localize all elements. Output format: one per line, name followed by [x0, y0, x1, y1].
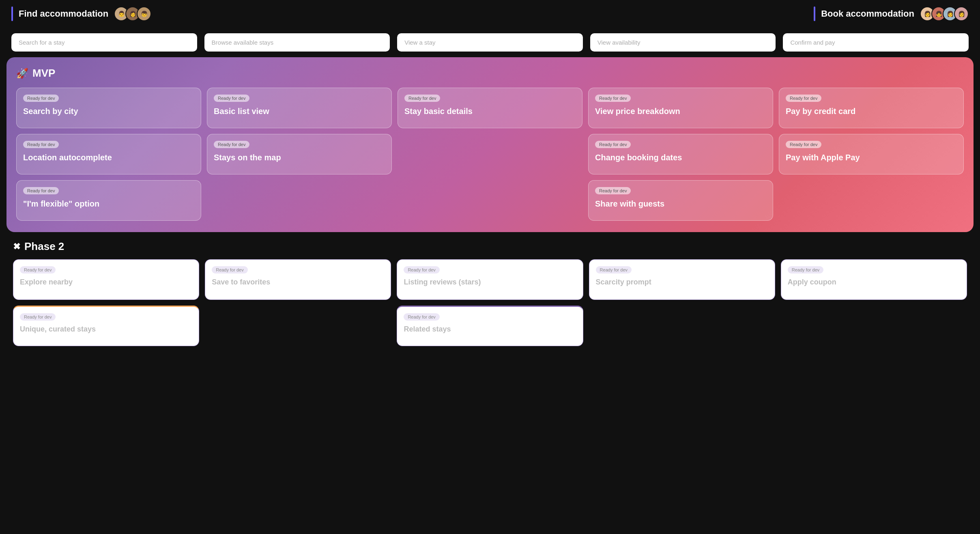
avatar-7: 👩: [954, 6, 969, 21]
label-stay-details: Stay basic details: [404, 106, 576, 116]
column-headers: Search for a stay Browse available stays…: [0, 28, 980, 57]
card-stay-basic-details[interactable]: Ready for dev Stay basic details: [398, 88, 582, 128]
phase2-title: ✖ Phase 2: [13, 240, 967, 253]
badge-location-auto: Ready for dev: [23, 141, 59, 148]
badge-stays-map: Ready for dev: [214, 141, 249, 148]
label-scarcity: Scarcity prompt: [596, 278, 768, 287]
badge-related: Ready for dev: [404, 313, 439, 321]
mvp-row3: Ready for dev "I'm flexible" option Read…: [16, 180, 964, 221]
badge-pay-credit: Ready for dev: [786, 95, 821, 102]
card-unique-curated[interactable]: Ready for dev Unique, curated stays: [13, 306, 199, 346]
book-accommodation-section: Book accommodation 👩 👧 👩 👩: [814, 6, 969, 21]
left-divider: [11, 6, 13, 21]
book-accommodation-title: Book accommodation: [821, 9, 914, 19]
right-divider: [814, 6, 815, 21]
find-accommodation-section: Find accommodation 👨 👩 👦: [11, 6, 151, 21]
label-price-breakdown: View price breakdown: [595, 106, 766, 116]
card-flexible-option[interactable]: Ready for dev "I'm flexible" option: [16, 180, 201, 221]
label-share-guests: Share with guests: [595, 198, 766, 209]
phase2-section: ✖ Phase 2 Ready for dev Explore nearby R…: [6, 240, 974, 354]
col-view-availability[interactable]: View availability: [590, 33, 776, 52]
phase2-row1: Ready for dev Explore nearby Ready for d…: [13, 259, 967, 300]
card-related-stays[interactable]: Ready for dev Related stays: [397, 306, 583, 346]
card-listing-reviews[interactable]: Ready for dev Listing reviews (stars): [397, 259, 583, 300]
label-save-fav: Save to favorites: [212, 278, 384, 287]
badge-flexible: Ready for dev: [23, 187, 59, 194]
mvp-row2: Ready for dev Location autocomplete Read…: [16, 134, 964, 174]
card-stays-on-map[interactable]: Ready for dev Stays on the map: [207, 134, 392, 174]
card-search-by-city[interactable]: Ready for dev Search by city: [16, 88, 201, 128]
label-flexible: "I'm flexible" option: [23, 198, 194, 209]
badge-price-breakdown: Ready for dev: [595, 95, 631, 102]
card-change-booking-dates[interactable]: Ready for dev Change booking dates: [588, 134, 773, 174]
col-view-stay[interactable]: View a stay: [397, 33, 583, 52]
card-view-price-breakdown[interactable]: Ready for dev View price breakdown: [588, 88, 773, 128]
mvp-section: 🚀 MVP Ready for dev Search by city Ready…: [6, 57, 974, 232]
badge-change-dates: Ready for dev: [595, 141, 631, 148]
label-unique: Unique, curated stays: [20, 325, 192, 334]
label-pay-credit: Pay by credit card: [786, 106, 957, 116]
badge-coupon: Ready for dev: [788, 266, 823, 273]
label-explore: Explore nearby: [20, 278, 192, 287]
mvp-icon: 🚀: [16, 68, 28, 79]
label-listing-reviews: Listing reviews (stars): [404, 278, 576, 287]
badge-apple-pay: Ready for dev: [786, 141, 821, 148]
mvp-row1: Ready for dev Search by city Ready for d…: [16, 88, 964, 128]
card-save-favorites[interactable]: Ready for dev Save to favorites: [205, 259, 391, 300]
col-search-stay[interactable]: Search for a stay: [11, 33, 197, 52]
badge-search-city: Ready for dev: [23, 95, 59, 102]
phase2-icon: ✖: [13, 241, 20, 252]
badge-unique: Ready for dev: [20, 313, 56, 321]
label-basic-list: Basic list view: [214, 106, 385, 116]
badge-share-guests: Ready for dev: [595, 187, 631, 194]
card-pay-apple-pay[interactable]: Ready for dev Pay with Apple Pay: [779, 134, 964, 174]
label-search-city: Search by city: [23, 106, 194, 116]
label-apple-pay: Pay with Apple Pay: [786, 152, 957, 163]
badge-explore: Ready for dev: [20, 266, 56, 273]
col-confirm-pay[interactable]: Confirm and pay: [783, 33, 969, 52]
badge-save-fav: Ready for dev: [212, 266, 247, 273]
badge-listing-reviews: Ready for dev: [404, 266, 439, 273]
badge-stay-details: Ready for dev: [404, 95, 440, 102]
card-basic-list-view[interactable]: Ready for dev Basic list view: [207, 88, 392, 128]
badge-basic-list: Ready for dev: [214, 95, 249, 102]
book-avatars: 👩 👧 👩 👩: [920, 6, 969, 21]
find-accommodation-title: Find accommodation: [19, 9, 108, 19]
card-scarcity-prompt[interactable]: Ready for dev Scarcity prompt: [589, 259, 775, 300]
label-related: Related stays: [404, 325, 576, 334]
label-change-dates: Change booking dates: [595, 152, 766, 163]
label-coupon: Apply coupon: [788, 278, 960, 287]
avatar-3: 👦: [137, 6, 151, 21]
label-stays-map: Stays on the map: [214, 152, 385, 163]
header: Find accommodation 👨 👩 👦 Book accommodat…: [0, 0, 980, 28]
label-location-auto: Location autocomplete: [23, 152, 194, 163]
card-apply-coupon[interactable]: Ready for dev Apply coupon: [781, 259, 967, 300]
card-location-autocomplete[interactable]: Ready for dev Location autocomplete: [16, 134, 201, 174]
mvp-title: 🚀 MVP: [16, 67, 964, 80]
card-explore-nearby[interactable]: Ready for dev Explore nearby: [13, 259, 199, 300]
phase2-row2: Ready for dev Unique, curated stays Read…: [13, 306, 967, 346]
badge-scarcity: Ready for dev: [596, 266, 632, 273]
find-avatars: 👨 👩 👦: [114, 6, 151, 21]
card-pay-credit-card[interactable]: Ready for dev Pay by credit card: [779, 88, 964, 128]
card-share-guests[interactable]: Ready for dev Share with guests: [588, 180, 773, 221]
col-browse-stays[interactable]: Browse available stays: [204, 33, 390, 52]
